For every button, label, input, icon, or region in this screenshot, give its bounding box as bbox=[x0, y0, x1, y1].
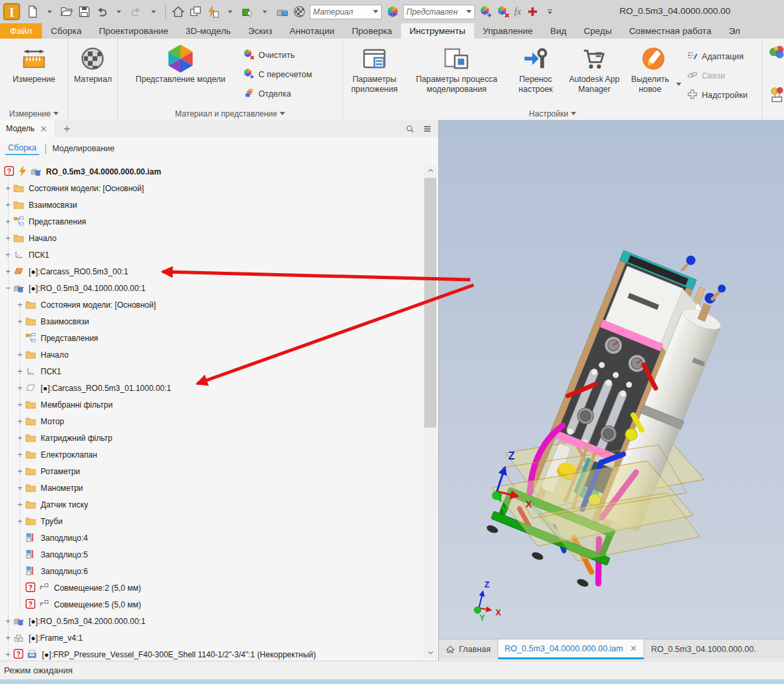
representation-combo[interactable]: Представлен bbox=[403, 5, 475, 19]
parameters-fx-icon[interactable]: fx bbox=[514, 7, 521, 17]
tab-tools[interactable]: Инструменты bbox=[401, 23, 474, 39]
tree-item[interactable]: +ПСК1 bbox=[0, 246, 424, 263]
appearance-add-icon[interactable] bbox=[478, 4, 494, 20]
addins-button[interactable]: Надстройки bbox=[683, 85, 762, 105]
clear-button[interactable]: Очистить bbox=[239, 45, 316, 65]
undo-icon[interactable] bbox=[93, 4, 109, 20]
open-folder-icon[interactable] bbox=[59, 4, 75, 20]
tree-item[interactable]: +Взаимосвязи bbox=[0, 196, 424, 213]
tab-manage[interactable]: Управление bbox=[474, 23, 542, 39]
finish-button[interactable]: Отделка bbox=[239, 84, 316, 103]
tab-collaborate[interactable]: Совместная работа bbox=[620, 23, 720, 39]
doc-tab-active[interactable]: RO_0.5m3_04.0000.000.00.iam ✕ bbox=[498, 639, 645, 659]
appearance-sphere-icon[interactable] bbox=[291, 4, 307, 20]
tree-item[interactable]: ?Совмещение:2 (5,0 мм) bbox=[0, 579, 424, 596]
switch-windows-icon[interactable] bbox=[187, 4, 203, 20]
group-label-settings[interactable]: Настройки bbox=[343, 107, 762, 120]
tree-item[interactable]: +Начало bbox=[0, 230, 424, 246]
tree-item[interactable]: +Мотор bbox=[0, 413, 424, 430]
chevron-down-icon[interactable] bbox=[111, 4, 127, 20]
chevron-down-icon[interactable] bbox=[222, 4, 238, 20]
3d-viewport[interactable]: Z X Y Z X Y Главная bbox=[438, 120, 784, 661]
tree-item[interactable]: +Взаимосвязи bbox=[0, 313, 424, 330]
close-icon[interactable]: ✕ bbox=[629, 643, 637, 653]
recompute-button[interactable]: С пересчетом bbox=[239, 65, 316, 84]
chevron-down-icon[interactable] bbox=[145, 4, 161, 20]
group-label-measure[interactable]: Измерение bbox=[0, 107, 68, 120]
tree-item[interactable]: +Мембранні фільтри bbox=[0, 396, 424, 413]
redo-icon[interactable] bbox=[128, 4, 144, 20]
adaptation-button[interactable]: Адаптация bbox=[683, 47, 762, 66]
model-view-button[interactable]: Представление модели bbox=[122, 41, 239, 86]
hamburger-menu-icon[interactable] bbox=[420, 121, 434, 136]
toolbar-overflow-icon[interactable] bbox=[542, 4, 558, 20]
tree-item[interactable]: +[●]:Carcass_RO0.5m3_01.1000.00:1 bbox=[0, 380, 424, 396]
process-options-button[interactable]: Параметры процесса моделирования bbox=[406, 41, 508, 96]
tree-item[interactable]: +Представления bbox=[0, 213, 424, 230]
tab-view[interactable]: Вид bbox=[542, 23, 575, 39]
balloons-icon[interactable] bbox=[769, 87, 784, 103]
doc-tab-home[interactable]: Главная bbox=[439, 639, 498, 659]
browser-tab-model[interactable]: Модель bbox=[0, 120, 54, 137]
tree-item[interactable]: +Ротаметри bbox=[0, 463, 424, 480]
tab-3d-model[interactable]: 3D-модель bbox=[177, 23, 239, 39]
color-wheel-icon[interactable] bbox=[384, 4, 400, 20]
doc-tab-next[interactable]: RO_0.5m3_04.1000.000.00. bbox=[644, 639, 784, 659]
transfer-settings-button[interactable]: Перенос настроек bbox=[508, 41, 564, 96]
tree-item[interactable]: +Начало bbox=[0, 346, 424, 363]
tab-cut-off[interactable]: Эл bbox=[720, 23, 749, 39]
tab-file[interactable]: Файл bbox=[0, 23, 42, 39]
group-label-material-presentation[interactable]: Материал и представление bbox=[118, 107, 342, 120]
tree-item[interactable]: +Состояния модели: [Основной] bbox=[0, 180, 424, 196]
tree-item[interactable]: +[●]:Carcass_RO0.5m3_00:1 bbox=[0, 263, 424, 280]
mode-assembly[interactable]: Сборка bbox=[5, 142, 39, 155]
material-combo[interactable]: Материал bbox=[310, 5, 382, 19]
add-plus-icon[interactable] bbox=[524, 4, 540, 20]
tab-assembly[interactable]: Сборка bbox=[42, 23, 90, 39]
chevron-down-icon[interactable] bbox=[41, 4, 57, 20]
appearance-clear-icon[interactable] bbox=[495, 4, 511, 20]
tree-item[interactable]: Представления bbox=[0, 330, 424, 346]
material-button[interactable]: Материал bbox=[73, 41, 113, 86]
tree-item[interactable]: ?Совмещение:5 (5,0 мм) bbox=[0, 596, 424, 613]
tree-item[interactable]: +Труби bbox=[0, 513, 424, 529]
tree-item[interactable]: +Манометри bbox=[0, 480, 424, 496]
tree-item[interactable]: +[●]:Frame_v4:1 bbox=[0, 629, 424, 646]
tree-item[interactable]: −[●]:RO_0.5m3_04.1000.000.00:1 bbox=[0, 280, 424, 296]
scroll-up-icon[interactable] bbox=[424, 165, 437, 176]
tree-scrollbar[interactable] bbox=[424, 165, 437, 658]
new-document-icon[interactable] bbox=[24, 4, 40, 20]
tree-item[interactable]: +ПСК1 bbox=[0, 363, 424, 380]
tree-item[interactable]: +Катриджний фільтр bbox=[0, 430, 424, 446]
tree-item[interactable]: ?RO_0.5m3_04.0000.000.00.iam bbox=[0, 163, 424, 180]
team-color-icon[interactable] bbox=[769, 44, 784, 60]
tree-item[interactable]: Заподлицо:6 bbox=[0, 563, 424, 579]
tree-item[interactable]: Заподлицо:4 bbox=[0, 529, 424, 546]
select-component-icon[interactable] bbox=[239, 4, 255, 20]
tree-item[interactable]: +Датчик тиску bbox=[0, 496, 424, 513]
app-manager-button[interactable]: Autodesk App Manager bbox=[564, 41, 625, 96]
tree-item[interactable]: Заподлицо:5 bbox=[0, 546, 424, 563]
component-swap-icon[interactable] bbox=[274, 4, 290, 20]
app-options-button[interactable]: Параметры приложения bbox=[343, 41, 406, 96]
tree-item[interactable]: +Состояния модели: [Основной] bbox=[0, 296, 424, 313]
add-browser-tab-icon[interactable] bbox=[59, 121, 74, 136]
tab-inspect[interactable]: Проверка bbox=[343, 23, 400, 39]
tab-sketch[interactable]: Эскиз bbox=[240, 23, 281, 39]
tab-environments[interactable]: Среды bbox=[575, 23, 620, 39]
save-icon[interactable] bbox=[76, 4, 92, 20]
close-icon[interactable] bbox=[39, 125, 48, 133]
tree-item[interactable]: +Електроклапан bbox=[0, 446, 424, 463]
scroll-down-icon[interactable] bbox=[424, 646, 437, 658]
mode-modeling[interactable]: Моделирование bbox=[52, 144, 115, 153]
measure-button[interactable]: Измерение bbox=[11, 41, 57, 86]
inventor-logo-icon[interactable]: I bbox=[3, 3, 21, 21]
tree-item[interactable]: +[●]:RO_0.5m3_04.2000.000.00:1 bbox=[0, 613, 424, 629]
scrollbar-thumb[interactable] bbox=[424, 178, 436, 428]
chevron-down-icon[interactable] bbox=[256, 4, 272, 20]
local-update-icon[interactable] bbox=[204, 4, 220, 20]
home-view-icon[interactable] bbox=[170, 4, 186, 20]
search-icon[interactable] bbox=[402, 121, 417, 136]
tree-item[interactable]: +?[●]:FRP_Pressure_Vessel_F40-300E_Shell… bbox=[0, 646, 424, 661]
tab-annotate[interactable]: Аннотации bbox=[281, 23, 343, 39]
